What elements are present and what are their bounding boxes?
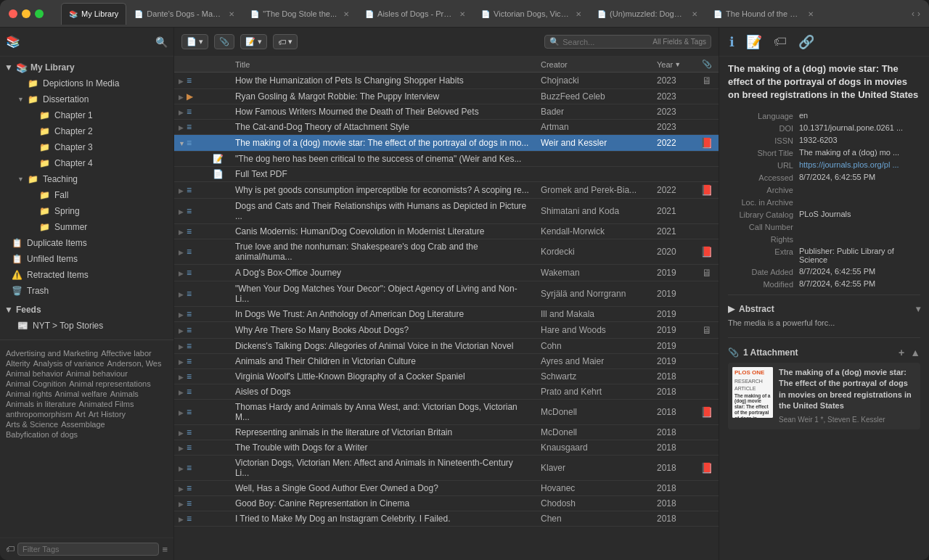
table-row[interactable]: ▶ ≡ I Tried to Make My Dog an Instagram …	[174, 511, 719, 527]
sidebar-item-duplicate-items[interactable]: 📋 Duplicate Items	[0, 235, 173, 251]
sidebar-item-spring[interactable]: 📁 Spring	[0, 203, 173, 219]
tag-affective-labor[interactable]: Affective labor	[101, 349, 152, 358]
row-expand[interactable]: ▶	[174, 369, 187, 384]
rp-info-tab[interactable]: ℹ	[725, 32, 739, 52]
table-row[interactable]: ▶ ≡ Why Are There So Many Books About Do…	[174, 322, 719, 339]
row-expand[interactable]: ▶	[174, 199, 187, 224]
row-expand[interactable]: ▶	[174, 496, 187, 511]
row-expand[interactable]: ▶	[174, 104, 187, 120]
row-expand[interactable]: ▶	[174, 384, 187, 400]
row-expand[interactable]	[174, 152, 187, 167]
row-expand[interactable]: ▶	[174, 120, 187, 135]
rp-related-tab[interactable]: 🔗	[794, 32, 819, 52]
row-expand[interactable]: ▶	[174, 425, 187, 440]
row-expand[interactable]: ▶	[174, 400, 187, 425]
tab-close-dantes-dogs[interactable]: ✕	[229, 10, 234, 18]
table-row[interactable]: ▶ ≡ In Dogs We Trust: An Anthology of Am…	[174, 307, 719, 322]
sidebar-item-feeds[interactable]: ▼ Feeds	[0, 302, 173, 318]
attachment-item[interactable]: PLOS ONE RESEARCH ARTICLE The making of …	[728, 363, 920, 429]
tag-animal-behaviour[interactable]: Animal behaviour	[66, 369, 128, 378]
table-row[interactable]: ▶ ≡ Dickens's Talking Dogs: Allegories o…	[174, 339, 719, 354]
new-item-button[interactable]: 📄 ▾	[181, 34, 208, 49]
tab-unmuzzled[interactable]: 📄(Un)muzzled: Dogs ...✕	[589, 3, 705, 25]
info-value-url[interactable]: https://journals.plos.org/pl ...	[799, 160, 920, 169]
row-expand[interactable]: ▶	[174, 89, 187, 104]
tag-anthropomorphism[interactable]: anthropomorphism	[6, 410, 73, 419]
col-creator-header[interactable]: Creator	[535, 57, 651, 73]
table-row[interactable]: ▶ ≡ How the Humanization of Pets Is Chan…	[174, 73, 719, 89]
table-row[interactable]: ▶ ≡ Dogs and Cats and Their Relationship…	[174, 199, 719, 224]
row-expand[interactable]: ▶	[174, 265, 187, 281]
row-expand[interactable]: ▶	[174, 511, 187, 527]
table-row[interactable]: ▼ ≡ The making of a (dog) movie star: Th…	[174, 135, 719, 152]
table-row[interactable]: ▶ ≡ Representing animals in the literatu…	[174, 425, 719, 440]
tag-advertising[interactable]: Advertising and Marketing	[6, 349, 98, 358]
tag-animals-in-lit[interactable]: Animals in literature	[6, 400, 76, 408]
sidebar-item-unfiled-items[interactable]: 📋 Unfiled Items	[0, 251, 173, 267]
tag-art[interactable]: Art	[75, 410, 86, 419]
filter-tags-input[interactable]	[17, 543, 159, 556]
table-row[interactable]: ▶ ≡ "When Your Dog Matches Your Decor": …	[174, 281, 719, 307]
add-tag-button[interactable]: 🏷 ▾	[273, 34, 298, 49]
tab-victorian-dogs[interactable]: 📄Victorian Dogs, Vict...✕	[473, 3, 589, 25]
table-row[interactable]: ▶ ▶ Ryan Gosling & Margot Robbie: The Pu…	[174, 89, 719, 104]
tag-animal-rights[interactable]: Animal rights	[6, 390, 52, 398]
row-expand[interactable]: ▶	[174, 182, 187, 199]
col-title-header[interactable]: Title	[229, 57, 535, 73]
sidebar-item-fall[interactable]: 📁 Fall	[0, 187, 173, 203]
tag-art-history[interactable]: Art History	[89, 410, 126, 419]
tab-close-aisles-of-dogs[interactable]: ✕	[459, 10, 465, 18]
tag-assemblage[interactable]: Assemblage	[61, 420, 105, 429]
tag-animal-behavior[interactable]: Animal behavior	[6, 369, 63, 378]
row-expand[interactable]: ▶	[174, 354, 187, 369]
table-row[interactable]: ▶ ≡ Good Boy: Canine Representation in C…	[174, 496, 719, 511]
sidebar-item-chapter4[interactable]: 📁 Chapter 4	[0, 155, 173, 171]
row-expand[interactable]: ▶	[174, 307, 187, 322]
tag-animals[interactable]: Animals	[110, 390, 139, 398]
tag-arts-science[interactable]: Arts & Science	[6, 420, 58, 429]
close-button[interactable]	[9, 9, 17, 18]
filter-sort-icon[interactable]: ≡	[162, 544, 168, 555]
table-row[interactable]: ▶ ≡ How Famous Writers Mourned the Death…	[174, 104, 719, 120]
tag-animal-cognition[interactable]: Animal Cognition	[6, 379, 66, 388]
row-expand[interactable]: ▶	[174, 339, 187, 354]
sidebar-item-summer[interactable]: 📁 Summer	[0, 219, 173, 235]
table-row[interactable]: ▶ ≡ Thomas Hardy and Animals by Anna Wes…	[174, 400, 719, 425]
sidebar-search-icon[interactable]: 🔍	[155, 36, 168, 48]
rp-notes-tab[interactable]: 📝	[742, 32, 766, 52]
table-row[interactable]: ▶ ≡ Why is pet goods consumption imperce…	[174, 182, 719, 199]
tabs-prev-icon[interactable]: ‹	[912, 9, 914, 19]
table-row[interactable]: 📝 "The dog hero has been critical to the…	[174, 152, 719, 167]
attachment-add-icon[interactable]: +	[899, 347, 904, 358]
tab-close-dog-stole[interactable]: ✕	[343, 10, 349, 18]
add-attachment-button[interactable]: 📎	[214, 34, 234, 49]
table-row[interactable]: ▶ ≡ Canis Modernis: Human/Dog Coevolutio…	[174, 224, 719, 239]
tab-aisles-of-dogs[interactable]: 📄Aisles of Dogs - Pra...✕	[357, 3, 473, 25]
sidebar-item-trash[interactable]: 🗑️ Trash	[0, 283, 173, 299]
sidebar-item-nyt[interactable]: 📰 NYT > Top Stories	[0, 318, 173, 334]
search-input[interactable]	[562, 38, 650, 46]
tab-close-victorian-dogs[interactable]: ✕	[576, 10, 581, 18]
sidebar-item-dissertation[interactable]: ▼ 📁 Dissertation	[0, 91, 173, 107]
abstract-header[interactable]: ▶ Abstract ▾	[728, 304, 920, 314]
tag-animal-welfare[interactable]: Animal welfare	[55, 390, 107, 398]
tag-analysis-of-variance[interactable]: Analysis of variance	[33, 359, 105, 368]
new-note-button[interactable]: 📝 ▾	[240, 34, 267, 49]
tag-animal-representations[interactable]: Animal representations	[69, 379, 151, 388]
tab-dog-stole[interactable]: 📄"The Dog Stole the...✕	[242, 3, 357, 25]
row-expand[interactable]: ▶	[174, 440, 187, 456]
row-expand[interactable]: ▶	[174, 456, 187, 481]
tabs-next-icon[interactable]: ›	[917, 9, 920, 19]
maximize-button[interactable]	[35, 9, 44, 18]
row-expand[interactable]	[174, 167, 187, 182]
tab-hound[interactable]: 📄The Hound of the B...✕	[705, 3, 822, 25]
table-row[interactable]: ▶ ≡ Victorian Dogs, Victorian Men: Affec…	[174, 456, 719, 481]
table-row[interactable]: ▶ ≡ Virginia Woolf's Little-Known Biogra…	[174, 369, 719, 384]
sidebar-item-depictions[interactable]: 📁 Depictions In Media	[0, 75, 173, 91]
row-expand[interactable]: ▶	[174, 281, 187, 307]
sidebar-item-retracted-items[interactable]: ⚠️ Retracted Items	[0, 267, 173, 283]
attachment-collapse-icon[interactable]: ▲	[910, 347, 920, 358]
row-expand[interactable]: ▶	[174, 224, 187, 239]
tag-anderson-wes[interactable]: Anderson, Wes	[107, 359, 161, 368]
rp-tags-tab[interactable]: 🏷	[769, 32, 791, 52]
